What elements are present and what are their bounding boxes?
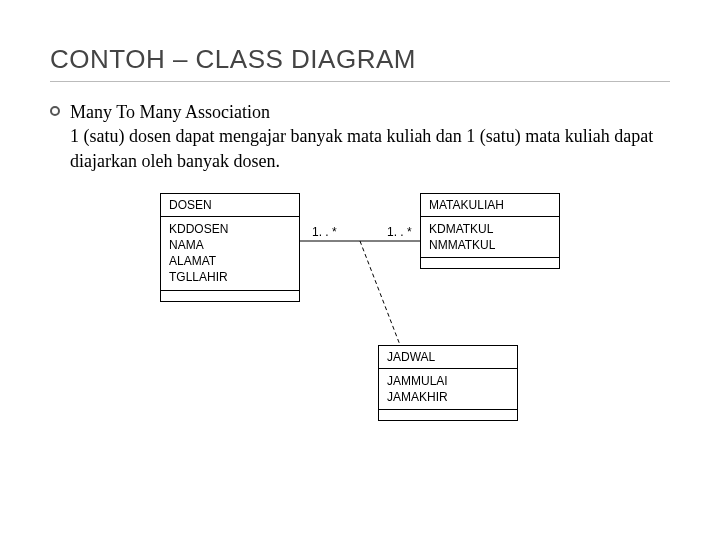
attr: JAMMULAI [387,373,509,389]
attr: TGLLAHIR [169,269,291,285]
class-dosen: DOSEN KDDOSEN NAMA ALAMAT TGLLAHIR [160,193,300,302]
attr: KDDOSEN [169,221,291,237]
class-jadwal: JADWAL JAMMULAI JAMAKHIR [378,345,518,421]
class-jadwal-attrs: JAMMULAI JAMAKHIR [379,369,517,410]
bullet-row: Many To Many Association 1 (satu) dosen … [50,100,670,173]
svg-line-1 [360,241,400,345]
attr: ALAMAT [169,253,291,269]
class-dosen-name: DOSEN [161,194,299,217]
bullet-icon [50,106,60,116]
class-jadwal-name: JADWAL [379,346,517,369]
class-dosen-attrs: KDDOSEN NAMA ALAMAT TGLLAHIR [161,217,299,291]
connectors [50,193,670,453]
attr: NAMA [169,237,291,253]
multiplicity-right: 1. . * [387,225,412,239]
class-matakuliah: MATAKULIAH KDMATKUL NMMATKUL [420,193,560,269]
attr: NMMATKUL [429,237,551,253]
multiplicity-left: 1. . * [312,225,337,239]
class-matakuliah-ops [421,258,559,268]
attr: KDMATKUL [429,221,551,237]
bullet-desc: 1 (satu) dosen dapat mengajar banyak mat… [70,126,653,170]
bullet-heading: Many To Many Association [70,100,670,124]
bullet-text: Many To Many Association 1 (satu) dosen … [70,100,670,173]
attr: JAMAKHIR [387,389,509,405]
class-dosen-ops [161,291,299,301]
slide-title: CONTOH – CLASS DIAGRAM [50,44,670,82]
class-matakuliah-attrs: KDMATKUL NMMATKUL [421,217,559,258]
class-matakuliah-name: MATAKULIAH [421,194,559,217]
class-diagram: DOSEN KDDOSEN NAMA ALAMAT TGLLAHIR MATAK… [50,193,670,453]
class-jadwal-ops [379,410,517,420]
